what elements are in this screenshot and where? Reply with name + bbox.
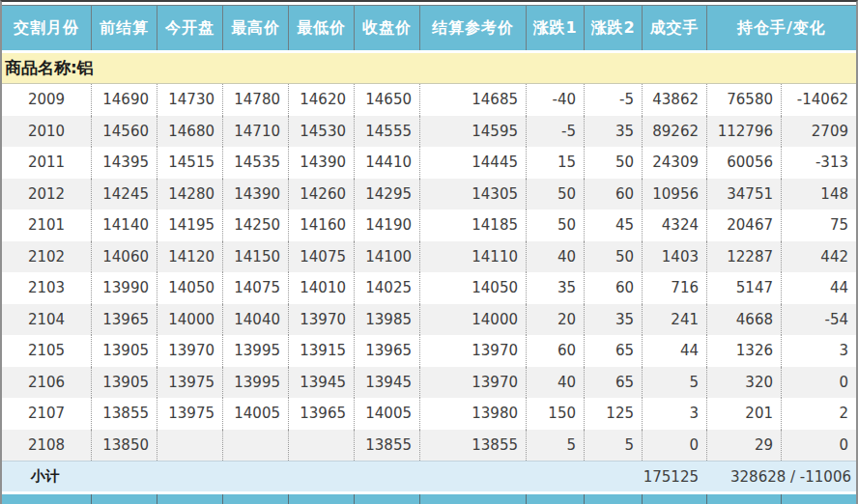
cell-volume: 10956 bbox=[642, 179, 706, 210]
cell-change2: 60 bbox=[584, 272, 642, 304]
strip-segment-change2 bbox=[584, 494, 642, 504]
strip-segment-close bbox=[354, 494, 419, 504]
cell-open-interest: 4668 bbox=[706, 304, 781, 336]
table-row-2101: 2101141401419514250141601419014185504543… bbox=[2, 210, 856, 241]
column-header-open-interest-change: 持仓手/变化 bbox=[706, 5, 856, 50]
cell-settlement-ref: 14050 bbox=[419, 272, 526, 304]
cell-high: 14710 bbox=[222, 116, 288, 148]
cell-low: 14620 bbox=[288, 84, 354, 116]
strip-segment-open bbox=[157, 494, 222, 504]
table-row-2009: 2009146901473014780146201465014685-40-54… bbox=[2, 84, 856, 116]
cell-change1: 50 bbox=[526, 179, 584, 210]
cell-open: 14515 bbox=[157, 147, 222, 179]
cell-change1: 35 bbox=[526, 272, 584, 304]
cell-open: 13975 bbox=[157, 398, 222, 430]
cell-change1: 60 bbox=[526, 335, 584, 367]
cell-oi-change: 148 bbox=[781, 179, 856, 210]
table-row-2012: 2012142451428014390142601429514305506010… bbox=[2, 179, 856, 210]
cell-open-interest: 76580 bbox=[706, 84, 781, 116]
cell-prev-settlement: 14245 bbox=[91, 179, 157, 210]
cell-month: 2106 bbox=[2, 367, 91, 399]
table-row-2103: 2103139901405014075140101402514050356071… bbox=[2, 272, 856, 304]
table-row-2106: 2106139051397513995139451394513970406553… bbox=[2, 367, 856, 399]
cell-open-interest: 5147 bbox=[706, 272, 781, 304]
cell-month: 2102 bbox=[2, 241, 91, 273]
cell-volume: 4324 bbox=[642, 210, 706, 241]
cell-volume: 44 bbox=[642, 335, 706, 367]
column-header-close: 收盘价 bbox=[354, 5, 419, 50]
cell-prev-settlement: 14140 bbox=[91, 210, 157, 241]
cell-change2: 125 bbox=[584, 398, 642, 430]
cell-volume: 1403 bbox=[642, 241, 706, 273]
cell-open-interest: 12287 bbox=[706, 241, 781, 273]
cell-open: 14280 bbox=[157, 179, 222, 210]
cell-close: 13965 bbox=[354, 335, 419, 367]
cell-settlement-ref: 14445 bbox=[419, 147, 526, 179]
column-header-high: 最高价 bbox=[222, 5, 288, 50]
cell-open: 14195 bbox=[157, 210, 222, 241]
cell-settlement-ref: 14305 bbox=[419, 179, 526, 210]
cell-settlement-ref: 13970 bbox=[419, 367, 526, 399]
cell-low: 14390 bbox=[288, 147, 354, 179]
cell-month: 2009 bbox=[2, 84, 91, 116]
column-header-volume: 成交手 bbox=[642, 5, 706, 50]
cell-open: 13970 bbox=[157, 335, 222, 367]
cell-high: 13995 bbox=[222, 335, 288, 367]
cell-low: 14160 bbox=[288, 210, 354, 241]
cell-close: 13855 bbox=[354, 430, 419, 462]
cell-oi-change: 3 bbox=[781, 335, 856, 367]
subtotal-row: 小计 175125 328628 / -11006 bbox=[2, 461, 856, 491]
cell-prev-settlement: 13990 bbox=[91, 272, 157, 304]
cell-high: 14075 bbox=[222, 272, 288, 304]
cell-low: 13915 bbox=[288, 335, 354, 367]
cell-high: 14780 bbox=[222, 84, 288, 116]
cell-settlement-ref: 14110 bbox=[419, 241, 526, 273]
table-row-2102: 2102140601412014150140751410014110405014… bbox=[2, 241, 856, 273]
cell-volume: 89262 bbox=[642, 116, 706, 148]
cell-high: 14535 bbox=[222, 147, 288, 179]
cell-prev-settlement: 13855 bbox=[91, 398, 157, 430]
table-row-2011: 2011143951451514535143901441014445155024… bbox=[2, 147, 856, 179]
cell-open: 14000 bbox=[157, 304, 222, 336]
cell-oi-change: 2 bbox=[781, 398, 856, 430]
subtotal-open-interest-change: 328628 / -11006 bbox=[706, 462, 856, 491]
cell-close: 14100 bbox=[354, 241, 419, 273]
cell-prev-settlement: 14060 bbox=[91, 241, 157, 273]
subtotal-volume: 175125 bbox=[642, 462, 706, 491]
cell-high: 14150 bbox=[222, 241, 288, 273]
table-row-2104: 2104139651400014040139701398514000203524… bbox=[2, 304, 856, 336]
cell-change2: 65 bbox=[584, 367, 642, 399]
cell-settlement-ref: 14595 bbox=[419, 116, 526, 148]
cell-close: 14295 bbox=[354, 179, 419, 210]
cell-settlement-ref: 13855 bbox=[419, 430, 526, 462]
table-row-2010: 2010145601468014710145301455514595-53589… bbox=[2, 116, 856, 148]
cell-low: 14075 bbox=[288, 241, 354, 273]
cell-volume: 5 bbox=[642, 367, 706, 399]
table-row-2107: 2107138551397514005139651400513980150125… bbox=[2, 398, 856, 430]
cell-close: 13945 bbox=[354, 367, 419, 399]
cell-volume: 3 bbox=[642, 398, 706, 430]
cell-high: 14250 bbox=[222, 210, 288, 241]
cell-low: 13945 bbox=[288, 367, 354, 399]
cell-close: 14650 bbox=[354, 84, 419, 116]
cell-oi-change: 442 bbox=[781, 241, 856, 273]
cell-volume: 0 bbox=[642, 430, 706, 462]
table-row-2108: 2108138501385513855550290 bbox=[2, 430, 856, 462]
cell-close: 13985 bbox=[354, 304, 419, 336]
strip-segment-month bbox=[2, 494, 91, 504]
column-header-change1: 涨跌1 bbox=[526, 5, 584, 50]
futures-quote-table: 交割月份前结算今开盘最高价最低价收盘价结算参考价涨跌1涨跌2成交手持仓手/变化 … bbox=[0, 0, 858, 504]
column-header-settlement-ref: 结算参考价 bbox=[419, 5, 526, 50]
cell-oi-change: 2709 bbox=[781, 116, 856, 148]
cell-open-interest: 320 bbox=[706, 367, 781, 399]
cell-prev-settlement: 13965 bbox=[91, 304, 157, 336]
cell-change2: 50 bbox=[584, 147, 642, 179]
cell-month: 2011 bbox=[2, 147, 91, 179]
column-header-change2: 涨跌2 bbox=[584, 5, 642, 50]
cell-change2: 60 bbox=[584, 179, 642, 210]
cell-oi-change: 0 bbox=[781, 430, 856, 462]
cell-prev-settlement: 13905 bbox=[91, 335, 157, 367]
table-row-2105: 2105139051397013995139151396513970606544… bbox=[2, 335, 856, 367]
cell-close: 14025 bbox=[354, 272, 419, 304]
cell-change1: -5 bbox=[526, 116, 584, 148]
